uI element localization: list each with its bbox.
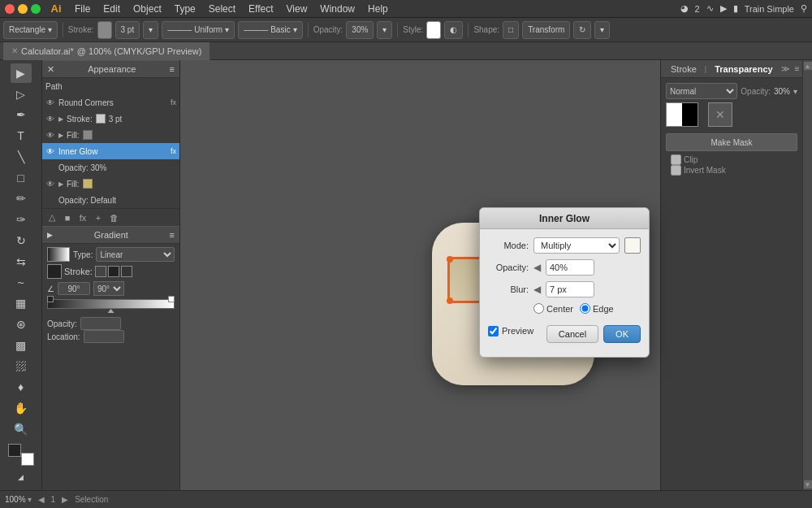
gradient-midpoint[interactable] xyxy=(108,309,114,313)
pen-tool[interactable]: ✒ xyxy=(11,106,32,125)
opacity-dropdown[interactable]: ▾ xyxy=(377,21,392,39)
blend-tool[interactable]: ♦ xyxy=(11,377,32,397)
new-effect-button[interactable]: + xyxy=(92,211,105,224)
gradient-type-select[interactable]: Linear xyxy=(96,247,175,262)
menu-select[interactable]: Select xyxy=(202,0,242,18)
appearance-panel-menu[interactable]: ≡ xyxy=(170,64,175,74)
style-icon[interactable]: ◐ xyxy=(444,21,463,39)
line-tool[interactable]: ╲ xyxy=(11,147,32,167)
gradient-opacity-input[interactable] xyxy=(80,317,121,330)
fx-icon-inner-glow[interactable]: fx xyxy=(171,147,176,155)
gradient-panel-menu[interactable]: ≡ xyxy=(170,230,175,240)
fill-color[interactable] xyxy=(8,444,21,457)
eye-icon-round-corners[interactable]: 👁 xyxy=(45,98,55,107)
warp-tool[interactable]: ~ xyxy=(11,273,32,293)
color-mode-toggle[interactable]: ◢ xyxy=(11,467,32,487)
center-radio-label[interactable]: Center xyxy=(533,303,573,314)
scroll-up[interactable]: ▲ xyxy=(804,62,812,70)
glow-color-swatch[interactable] xyxy=(624,237,641,254)
opacity-spinner-down[interactable]: ◀ xyxy=(533,262,541,273)
zoom-dropdown[interactable]: ▾ xyxy=(28,495,32,504)
appearance-options-button[interactable]: ■ xyxy=(61,211,74,224)
stroke-icon-1[interactable] xyxy=(95,266,106,277)
edge-radio[interactable] xyxy=(580,303,590,314)
menu-edit[interactable]: Edit xyxy=(97,0,127,18)
center-radio[interactable] xyxy=(533,303,544,314)
gradient-stop-right[interactable] xyxy=(168,296,175,302)
gradient-panel-header[interactable]: ▶ Gradient ≡ xyxy=(42,226,179,244)
menu-view[interactable]: View xyxy=(280,0,314,18)
maximize-button[interactable] xyxy=(31,4,41,14)
appearance-panel-header[interactable]: ✕ Appearance ≡ xyxy=(42,60,179,78)
gradient-location-input[interactable] xyxy=(84,330,124,343)
direct-select-tool[interactable]: ▷ xyxy=(11,85,32,104)
blur-input[interactable] xyxy=(546,281,594,297)
fill2-expand-arrow[interactable]: ▶ xyxy=(58,180,63,188)
invert-label[interactable]: Invert Mask xyxy=(671,165,793,176)
gradient-angle-input[interactable] xyxy=(58,282,90,295)
opacity-value[interactable]: 30% xyxy=(346,21,374,39)
menu-object[interactable]: Object xyxy=(127,0,168,18)
stroke-tab[interactable]: Stroke xyxy=(666,63,702,76)
nav-prev[interactable]: ◀ xyxy=(38,495,45,504)
new-appearance-button[interactable]: △ xyxy=(45,211,58,224)
panel-collapse[interactable]: ≫ xyxy=(781,64,789,73)
transparency-tab[interactable]: Transparency xyxy=(710,63,778,76)
stroke-color[interactable] xyxy=(97,21,112,39)
rotate-tool[interactable]: ↻ xyxy=(11,231,32,250)
shape-icon[interactable]: □ xyxy=(503,21,519,39)
mirror-tool[interactable]: ⇆ xyxy=(11,252,32,271)
menu-window[interactable]: Window xyxy=(313,0,361,18)
rectangle-tool[interactable]: □ xyxy=(11,168,32,188)
minimize-button[interactable] xyxy=(18,4,28,14)
transform-dropdown[interactable]: ▾ xyxy=(594,21,610,39)
stroke-style[interactable]: ——— Uniform ▾ xyxy=(162,21,235,39)
appearance-stroke[interactable]: 👁 ▶ Stroke: 3 pt xyxy=(42,111,179,127)
clip-label[interactable]: Clip xyxy=(671,154,793,165)
eye-icon-fill1[interactable]: 👁 xyxy=(45,130,55,140)
stroke-basic[interactable]: ——— Basic ▾ xyxy=(238,21,302,39)
document-tab[interactable]: ✕ Calculator.ai* @ 100% (CMYK/GPU Previe… xyxy=(3,42,210,60)
gradient-panel-expand[interactable]: ▶ xyxy=(47,231,53,239)
gradient-angle-select[interactable]: 90° xyxy=(93,281,124,296)
graph-tool[interactable]: ▩ xyxy=(11,336,32,355)
stroke-value[interactable]: 3 pt xyxy=(115,21,140,39)
opacity-input[interactable] xyxy=(546,259,594,276)
appearance-fill-1[interactable]: 👁 ▶ Fill: xyxy=(42,127,179,143)
menu-effect[interactable]: Effect xyxy=(242,0,279,18)
eye-icon-inner-glow[interactable]: 👁 xyxy=(45,146,55,156)
edge-radio-label[interactable]: Edge xyxy=(580,303,614,314)
opacity-arrow[interactable]: ▾ xyxy=(793,87,797,96)
appearance-fill-2[interactable]: 👁 ▶ Fill: xyxy=(42,176,179,192)
scrollbar-right[interactable]: ▲ ▼ xyxy=(802,60,812,490)
fill1-color-chip[interactable] xyxy=(83,130,93,140)
blur-spinner-down[interactable]: ◀ xyxy=(533,284,541,295)
selection-tool[interactable]: ▶ xyxy=(11,63,32,83)
blend-mode-select[interactable]: Normal xyxy=(666,83,737,99)
appearance-inner-glow[interactable]: 👁 Inner Glow fx xyxy=(42,143,179,159)
stroke-color-chip[interactable] xyxy=(96,114,106,124)
eye-icon-stroke[interactable]: 👁 xyxy=(45,114,55,124)
search-icon[interactable]: ⚲ xyxy=(801,3,807,14)
menu-help[interactable]: Help xyxy=(361,0,395,18)
style-swatch[interactable] xyxy=(426,21,441,39)
mode-select[interactable]: Multiply xyxy=(533,237,620,254)
stroke-expand-arrow[interactable]: ▶ xyxy=(58,115,63,123)
preview-checkbox[interactable] xyxy=(488,326,499,336)
close-button[interactable] xyxy=(5,4,15,14)
menu-type[interactable]: Type xyxy=(168,0,202,18)
tab-close-button[interactable]: ✕ xyxy=(11,46,18,55)
fx-icon-round-corners[interactable]: fx xyxy=(171,98,176,106)
scroll-down[interactable]: ▼ xyxy=(804,480,812,488)
transform-icon[interactable]: ↻ xyxy=(573,21,591,39)
free-transform-tool[interactable]: ▦ xyxy=(11,293,32,313)
add-fx-button[interactable]: fx xyxy=(76,211,89,224)
zoom-control[interactable]: 100% ▾ xyxy=(5,495,32,504)
stroke-icon-2[interactable] xyxy=(108,266,119,277)
panel-menu[interactable]: ≡ xyxy=(795,64,800,73)
tool-mode-select[interactable]: Rectangle ▾ xyxy=(3,21,58,39)
delete-effect-button[interactable]: 🗑 xyxy=(107,211,120,224)
nav-next[interactable]: ▶ xyxy=(62,495,68,504)
type-tool[interactable]: T xyxy=(11,126,32,145)
ok-button[interactable]: OK xyxy=(603,325,641,343)
